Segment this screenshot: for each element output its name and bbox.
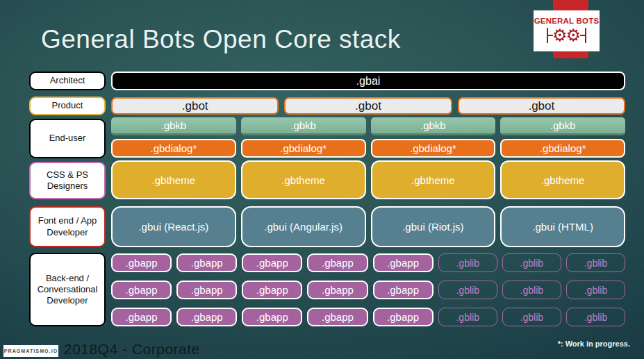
stack-box-gbkb: .gbkb — [371, 117, 496, 135]
stack-box-gbtheme: .gbtheme — [371, 160, 496, 199]
page-title: General Bots Open Core stack — [41, 25, 401, 54]
stack-box-gbkb: .gbkb — [500, 117, 625, 135]
stack-box-gbapp: .gbapp — [242, 253, 302, 272]
stack-box-gbapp: .gbapp — [111, 281, 172, 299]
stack-box-gbui-angular: .gbui (Angular.js) — [241, 206, 366, 247]
stack-box-gbapp: .gbapp — [111, 308, 172, 326]
gear-axle-right — [580, 35, 585, 36]
gears-icon: ⚙ ⚙ — [547, 25, 586, 46]
row-gbui: .gbui (React.js) .gbui (Angular.js) .gbu… — [111, 206, 625, 247]
row-label-product: Product — [29, 97, 106, 115]
row-gbtheme: .gbtheme .gbtheme .gbtheme .gbtheme — [111, 160, 625, 199]
row-gbkb: .gbkb .gbkb .gbkb .gbkb — [111, 117, 625, 135]
stack-box-gbdialog: .gbdialog* — [241, 139, 366, 158]
stack-box-gbui-react: .gbui (React.js) — [111, 206, 236, 247]
gear-icon: ⚙ — [552, 27, 568, 44]
row-gbai: .gbai — [111, 72, 625, 90]
general-bots-logo: GENERAL BOTS ⚙ ⚙ — [534, 10, 600, 51]
stack-box-gblib: .gblib — [438, 281, 497, 299]
stack-box-gbapp: .gbapp — [111, 253, 172, 272]
stack-box-gbapp: .gbapp — [242, 281, 302, 299]
stack-box-gbdialog: .gbdialog* — [500, 139, 625, 158]
stack-box-gbapp: .gbapp — [307, 281, 368, 299]
row-label-front-end-developer: Font end / App Developer — [29, 206, 106, 247]
stack-box-gbtheme: .gbtheme — [241, 160, 366, 199]
stack-box-gblib: .gblib — [438, 253, 497, 272]
stack-box-gbkb: .gbkb — [111, 117, 236, 135]
stack-box-gbot: .gbot — [111, 97, 279, 115]
stack-box-gbapp: .gbapp — [373, 308, 434, 326]
row-gbdialog: .gbdialog* .gbdialog* .gbdialog* .gbdial… — [111, 139, 625, 158]
stack-box-gbapp: .gbapp — [307, 308, 368, 326]
stack-box-gbapp: .gbapp — [176, 253, 237, 272]
slide: General Bots Open Core stack GENERAL BOT… — [0, 0, 644, 359]
logo-brand-text: GENERAL BOTS — [534, 17, 600, 25]
stack-box-gbtheme: .gbtheme — [500, 160, 625, 199]
row-gbapp-gblib-2: .gbapp .gbapp .gbapp .gbapp .gbapp .gbli… — [111, 281, 625, 299]
stack-box-gbot: .gbot — [284, 97, 452, 115]
gear-icon: ⚙ — [566, 27, 581, 44]
row-gbapp-gblib-1: .gbapp .gbapp .gbapp .gbapp .gbapp .gbli… — [111, 253, 625, 272]
stack-box-gbtheme: .gbtheme — [111, 160, 236, 199]
stack-box-gblib: .gblib — [502, 308, 561, 326]
row-gbapp-gblib-3: .gbapp .gbapp .gbapp .gbapp .gbapp .gbli… — [111, 308, 625, 326]
row-gbot: .gbot .gbot .gbot — [111, 97, 625, 115]
stack-box-gblib: .gblib — [502, 281, 561, 299]
row-label-end-user: End-user — [29, 119, 106, 158]
stack-box-gblib: .gblib — [502, 253, 561, 272]
stack-box-gbui-riot: .gbui (Riot.js) — [371, 206, 496, 247]
stack-box-gbapp: .gbapp — [373, 253, 434, 272]
row-label-back-end-developer: Back-end / Conversational Developer — [29, 253, 106, 326]
stack-box-gbapp: .gbapp — [176, 281, 237, 299]
stack-box-gblib: .gblib — [566, 308, 625, 326]
stack-box-gbapp: .gbapp — [373, 281, 434, 299]
stack-box-gblib: .gblib — [566, 253, 625, 272]
stack-box-gbot: .gbot — [458, 97, 625, 115]
stack-box-gbdialog: .gbdialog* — [111, 139, 236, 158]
stack-box-gbapp: .gbapp — [242, 308, 302, 326]
footer-caption: 2018Q4 - Corporate — [64, 341, 200, 358]
stack-box-gbapp: .gbapp — [176, 308, 237, 326]
stack-box-gbdialog: .gbdialog* — [371, 139, 496, 158]
stack-box-gbui-html: .gbui (HTML) — [500, 206, 625, 247]
stack-box-gblib: .gblib — [566, 281, 625, 299]
pragmatismo-logo-text: PRAGMATISMO.IO — [4, 349, 58, 353]
stack-box-gbai: .gbai — [111, 72, 625, 90]
work-in-progress-note: *: Work in progress. — [558, 340, 630, 348]
pragmatismo-logo: PRAGMATISMO.IO — [3, 345, 58, 357]
row-label-css-ps-designers: CSS & PS Designers — [29, 162, 106, 199]
stack-box-gbkb: .gbkb — [241, 117, 366, 135]
stack-box-gblib: .gblib — [438, 308, 497, 326]
row-label-architect: Architect — [29, 72, 106, 90]
stack-box-gbapp: .gbapp — [307, 253, 368, 272]
gear-frame-right — [585, 28, 586, 43]
